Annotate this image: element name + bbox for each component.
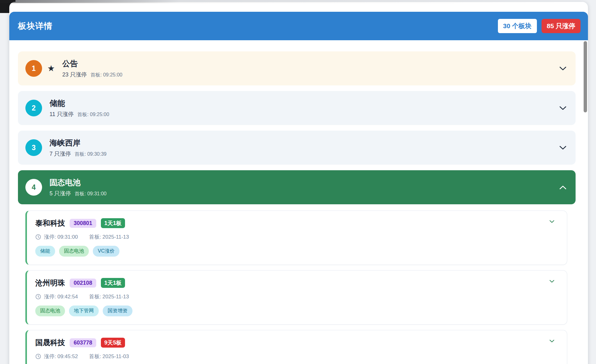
sector-stats: 11 只涨停首板: 09:25:00	[50, 110, 109, 118]
sector-list: 1 ★ 公告 23 只涨停首板: 09:25:00 2 ★ 储能 11 只涨停首…	[9, 40, 588, 364]
rank-badge: 1	[25, 60, 42, 77]
first-board-time: 首板: 09:25:00	[77, 112, 109, 117]
limit-up-time: 涨停: 09:45:52	[44, 353, 78, 360]
streak-badge: 1天1板	[101, 278, 125, 288]
stock-name: 沧州明珠	[35, 278, 65, 288]
sector-stats: 5 只涨停首板: 09:31:00	[50, 190, 106, 197]
chevron-down-icon[interactable]	[549, 279, 555, 284]
concept-tag-row: 固态电池地下管网国资增资	[35, 306, 558, 316]
sector-detail-panel: 板块详情 30 个板块 85 只涨停 1 ★ 公告 23 只涨停首板: 09:2…	[9, 2, 588, 364]
sector-count-badge: 30 个板块	[498, 19, 537, 33]
header-badges: 30 个板块 85 只涨停	[498, 19, 581, 33]
limit-up-count: 5 只涨停	[50, 190, 71, 197]
concept-tag: VC涨价	[93, 246, 119, 257]
rank-badge: 4	[25, 179, 42, 196]
chevron-down-icon[interactable]	[549, 219, 555, 224]
stock-card-603778[interactable]: 国晟科技 603778 9天5板 涨停: 09:45:52 首板: 2025-1…	[25, 330, 567, 364]
sector-name: 海峡西岸	[50, 138, 106, 148]
chevron-down-icon	[559, 185, 566, 189]
first-board-date: 首板: 2025-11-13	[89, 293, 129, 300]
limit-up-count: 23 只涨停	[62, 72, 87, 78]
stock-title-row: 国晟科技 603778 9天5板	[35, 338, 558, 348]
stock-name: 国晟科技	[35, 338, 65, 348]
clock-icon	[35, 353, 41, 359]
chevron-down-icon[interactable]	[549, 338, 555, 344]
limit-up-count: 11 只涨停	[50, 111, 74, 117]
sector-row-1[interactable]: 1 ★ 公告 23 只涨停首板: 09:25:00	[18, 51, 576, 85]
streak-badge: 1天1板	[101, 218, 125, 228]
rank-badge: 3	[25, 139, 42, 156]
stock-meta: 涨停: 09:45:52 首板: 2025-11-03	[35, 353, 558, 360]
panel-header: 板块详情 30 个板块 85 只涨停	[9, 12, 588, 40]
sector-text: 固态电池 5 只涨停首板: 09:31:00	[50, 177, 106, 197]
concept-tag: 储能	[35, 246, 55, 257]
first-board-time: 首板: 09:25:00	[90, 72, 122, 77]
chevron-down-icon	[559, 146, 566, 150]
limit-up-time: 涨停: 09:31:00	[44, 233, 78, 240]
streak-badge: 9天5板	[101, 338, 125, 348]
stock-code-badge: 603778	[70, 338, 96, 347]
limit-up-count: 7 只涨停	[50, 151, 71, 157]
page-title: 板块详情	[18, 20, 53, 32]
limit-up-count-badge: 85 只涨停	[542, 19, 581, 33]
stock-name: 泰和科技	[35, 218, 65, 228]
concept-tag: 固态电池	[59, 246, 89, 257]
stock-card-002108[interactable]: 沧州明珠 002108 1天1板 涨停: 09:42:54 首板: 2025-1…	[25, 270, 567, 325]
stock-card-300801[interactable]: 泰和科技 300801 1天1板 涨停: 09:31:00 首板: 2025-1…	[25, 210, 567, 265]
stock-meta: 涨停: 09:31:00 首板: 2025-11-13	[35, 233, 558, 240]
sector-text: 公告 23 只涨停首板: 09:25:00	[62, 58, 122, 78]
stock-list: 泰和科技 300801 1天1板 涨停: 09:31:00 首板: 2025-1…	[18, 210, 576, 364]
sector-stats: 23 只涨停首板: 09:25:00	[62, 71, 122, 78]
star-icon: ★	[47, 64, 55, 73]
first-board-time: 首板: 09:30:39	[75, 151, 106, 157]
chevron-down-icon	[559, 106, 566, 110]
clock-icon	[35, 234, 41, 240]
concept-tag: 地下管网	[69, 306, 99, 316]
sector-stats: 7 只涨停首板: 09:30:39	[50, 150, 106, 158]
sector-row-3[interactable]: 3 ★ 海峡西岸 7 只涨停首板: 09:30:39	[18, 131, 576, 165]
sector-name: 固态电池	[50, 177, 106, 188]
sector-row-4[interactable]: 4 ★ 固态电池 5 只涨停首板: 09:31:00	[18, 170, 576, 204]
first-board-time: 首板: 09:31:00	[75, 191, 106, 196]
first-board-date: 首板: 2025-11-03	[89, 353, 129, 360]
stock-code-badge: 300801	[70, 219, 96, 228]
sector-row-2[interactable]: 2 ★ 储能 11 只涨停首板: 09:25:00	[18, 91, 576, 125]
limit-up-time: 涨停: 09:42:54	[44, 293, 78, 300]
stock-code-badge: 002108	[70, 279, 96, 288]
clock-icon	[35, 294, 41, 300]
sector-name: 公告	[62, 58, 122, 69]
sector-text: 海峡西岸 7 只涨停首板: 09:30:39	[50, 138, 106, 158]
first-board-date: 首板: 2025-11-13	[89, 233, 129, 240]
concept-tag: 固态电池	[35, 306, 65, 316]
vertical-scrollbar-thumb[interactable]	[584, 41, 587, 112]
stock-title-row: 泰和科技 300801 1天1板	[35, 218, 558, 228]
stock-meta: 涨停: 09:42:54 首板: 2025-11-13	[35, 293, 558, 300]
concept-tag-row: 储能固态电池VC涨价	[35, 246, 558, 257]
stock-title-row: 沧州明珠 002108 1天1板	[35, 278, 558, 288]
chevron-down-icon	[559, 67, 566, 71]
rank-badge: 2	[25, 100, 42, 116]
concept-tag: 国资增资	[103, 306, 132, 316]
sector-text: 储能 11 只涨停首板: 09:25:00	[50, 98, 109, 118]
sector-name: 储能	[50, 98, 109, 108]
